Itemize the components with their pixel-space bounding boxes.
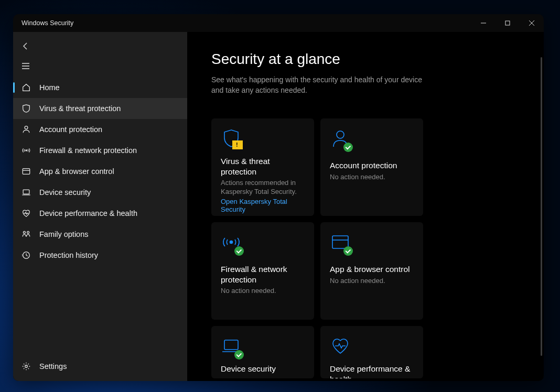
sidebar-item-history[interactable]: Protection history [13, 245, 187, 266]
card-title: Virus & threat protection [221, 156, 305, 177]
sidebar-item-label: Account protection [39, 125, 102, 134]
main-content: Security at a glance See what's happenin… [187, 32, 544, 381]
sidebar-item-performance[interactable]: Device performance & health [13, 203, 187, 224]
svg-rect-11 [23, 190, 29, 194]
svg-point-13 [23, 231, 25, 233]
svg-rect-1 [505, 21, 510, 25]
hamburger-button[interactable] [13, 56, 187, 76]
checkmark-badge-icon [234, 246, 244, 256]
sidebar-item-label: Settings [39, 362, 67, 371]
card-message: No action needed. [221, 286, 305, 296]
history-icon [20, 251, 32, 260]
shield-icon [20, 104, 32, 113]
maximize-button[interactable] [496, 14, 520, 32]
card-firewall[interactable]: Firewall & network protection No action … [211, 222, 314, 320]
sidebar-item-label: Device security [39, 188, 91, 197]
sidebar-item-label: Family options [39, 230, 88, 238]
minimize-button[interactable] [471, 14, 496, 32]
svg-rect-21 [224, 340, 238, 350]
sidebar-footer: Settings [13, 356, 187, 381]
title-bar[interactable]: Windows Security [13, 14, 544, 32]
signal-icon [20, 146, 32, 155]
card-title: Firewall & network protection [221, 264, 305, 285]
laptop-icon [221, 335, 305, 358]
sidebar-item-label: Protection history [39, 251, 98, 259]
shield-icon [221, 128, 305, 151]
laptop-icon [20, 188, 32, 197]
svg-point-14 [27, 231, 29, 233]
card-grid: Virus & threat protection Actions recomm… [211, 118, 520, 378]
window-title: Windows Security [21, 19, 73, 27]
page-subtitle: See what's happening with the security a… [211, 75, 432, 95]
svg-rect-9 [23, 169, 30, 175]
browser-icon [330, 232, 414, 259]
svg-point-18 [230, 241, 233, 244]
heart-icon [20, 209, 32, 218]
checkmark-badge-icon [343, 246, 353, 256]
sidebar-item-label: Device performance & health [39, 209, 137, 217]
card-title: Account protection [330, 160, 414, 170]
sidebar-menu: Home Virus & threat protection Account p… [13, 77, 187, 266]
card-account-protection[interactable]: Account protection No action needed. [320, 118, 423, 216]
close-button[interactable] [520, 14, 544, 32]
card-virus-threat[interactable]: Virus & threat protection Actions recomm… [211, 118, 314, 216]
back-button[interactable] [13, 36, 187, 56]
signal-icon [221, 232, 305, 259]
card-title: App & browser control [330, 264, 414, 274]
sidebar-item-device-security[interactable]: Device security [13, 182, 187, 203]
home-icon [20, 83, 32, 92]
card-performance-health[interactable]: Device performance & health [320, 326, 423, 378]
warning-badge-icon [232, 140, 243, 149]
svg-point-8 [26, 150, 27, 151]
sidebar-item-settings[interactable]: Settings [13, 356, 187, 377]
card-message: No action needed. [330, 172, 414, 182]
sidebar: Home Virus & threat protection Account p… [13, 32, 187, 381]
sidebar-item-family[interactable]: Family options [13, 224, 187, 245]
app-window: Windows Security [13, 14, 544, 381]
gear-icon [20, 362, 32, 371]
card-device-security[interactable]: Device security [211, 326, 314, 378]
card-message: No action needed. [330, 276, 414, 286]
sidebar-item-account[interactable]: Account protection [13, 119, 187, 140]
card-message: Actions recommended in Kaspersky Total S… [221, 178, 305, 197]
sidebar-item-home[interactable]: Home [13, 77, 187, 98]
scrollbar[interactable] [541, 57, 542, 356]
sidebar-upper [13, 32, 187, 76]
family-icon [20, 230, 32, 239]
sidebar-item-app-browser[interactable]: App & browser control [13, 161, 187, 182]
window-body: Home Virus & threat protection Account p… [13, 32, 544, 381]
checkmark-badge-icon [343, 143, 353, 152]
card-app-browser[interactable]: App & browser control No action needed. [320, 222, 423, 320]
card-title: Device performance & health [330, 364, 414, 378]
heart-icon [330, 335, 414, 358]
sidebar-item-label: App & browser control [39, 167, 114, 176]
svg-point-16 [25, 365, 28, 368]
card-title: Device security [221, 364, 305, 374]
window-controls [471, 14, 544, 32]
browser-icon [20, 167, 32, 176]
svg-point-7 [25, 126, 28, 129]
person-icon [20, 125, 32, 134]
page-title: Security at a glance [211, 51, 520, 68]
person-icon [330, 128, 414, 155]
sidebar-item-label: Home [39, 83, 60, 92]
sidebar-item-label: Firewall & network protection [39, 146, 137, 155]
sidebar-item-virus[interactable]: Virus & threat protection [13, 98, 187, 119]
sidebar-item-label: Virus & threat protection [39, 104, 121, 113]
checkmark-badge-icon [234, 350, 244, 360]
card-link[interactable]: Open Kaspersky Total Security [221, 198, 305, 213]
sidebar-item-firewall[interactable]: Firewall & network protection [13, 140, 187, 161]
svg-point-17 [337, 131, 344, 138]
